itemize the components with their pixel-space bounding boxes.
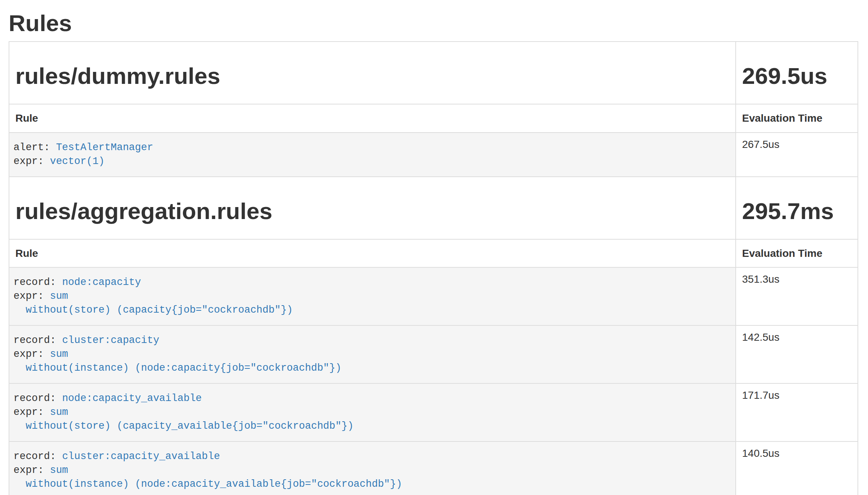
code-keyword: expr:: [13, 349, 50, 360]
rule-row: record: node:capacityexpr: sum without(s…: [9, 267, 858, 325]
rule-expression-link[interactable]: node:capacity_available: [62, 393, 202, 404]
rule-expression-link[interactable]: without(instance) (node:capacity{job="co…: [13, 362, 341, 374]
rule-file-cell: rules/dummy.rules: [9, 42, 736, 104]
rule-column-header: Rule: [9, 239, 736, 268]
rule-group-header-row: rules/aggregation.rules295.7ms: [9, 177, 858, 239]
rule-file-cell: rules/aggregation.rules: [9, 177, 736, 239]
code-keyword: expr:: [13, 465, 50, 476]
rule-expression-link[interactable]: sum: [50, 349, 68, 360]
rules-page: Rules rules/dummy.rules269.5usRuleEvalua…: [0, 0, 868, 495]
rule-expression-link[interactable]: sum: [50, 465, 68, 476]
code-keyword: record:: [13, 277, 62, 288]
rule-definition: record: node:capacityexpr: sum without(s…: [13, 276, 731, 317]
rule-row: record: node:capacity_availableexpr: sum…: [9, 383, 858, 441]
rule-expression-link[interactable]: cluster:capacity_available: [62, 451, 220, 462]
code-line: record: node:capacity_available: [13, 392, 731, 406]
rule-evaluation-time: 351.3us: [736, 267, 858, 325]
rule-definition: alert: TestAlertManagerexpr: vector(1): [13, 141, 731, 168]
code-line: expr: sum: [13, 406, 731, 419]
group-evaluation-cell: 269.5us: [736, 42, 858, 104]
group-evaluation-cell: 295.7ms: [736, 177, 858, 239]
rule-evaluation-time: 142.5us: [736, 325, 858, 383]
group-evaluation-time: 295.7ms: [742, 199, 852, 224]
rule-expression-link[interactable]: cluster:capacity: [62, 335, 159, 346]
code-line: expr: sum: [13, 464, 731, 477]
code-keyword: expr:: [13, 407, 50, 418]
rule-evaluation-time: 171.7us: [736, 383, 858, 441]
code-line: expr: vector(1): [13, 155, 731, 168]
column-header-row: RuleEvaluation Time: [9, 104, 858, 133]
column-header-row: RuleEvaluation Time: [9, 239, 858, 268]
rules-table-body: rules/dummy.rules269.5usRuleEvaluation T…: [9, 42, 858, 495]
evaluation-time-column-header: Evaluation Time: [736, 239, 858, 268]
code-line: record: node:capacity: [13, 276, 731, 289]
rule-expression-link[interactable]: node:capacity: [62, 277, 141, 288]
rule-expression-link[interactable]: sum: [50, 291, 68, 302]
rule-definition-cell: record: node:capacityexpr: sum without(s…: [9, 267, 736, 325]
code-line: alert: TestAlertManager: [13, 141, 731, 155]
rules-table: rules/dummy.rules269.5usRuleEvaluation T…: [9, 41, 858, 495]
rule-row: alert: TestAlertManagerexpr: vector(1)26…: [9, 133, 858, 177]
code-line: without(store) (capacity{job="cockroachd…: [13, 303, 731, 317]
code-line: without(instance) (node:capacity_availab…: [13, 477, 731, 491]
rule-expression-link[interactable]: without(store) (capacity_available{job="…: [13, 420, 353, 432]
rule-expression-link[interactable]: without(store) (capacity{job="cockroachd…: [13, 304, 293, 316]
group-evaluation-time: 269.5us: [742, 64, 852, 89]
code-keyword: expr:: [13, 291, 50, 302]
code-keyword: record:: [13, 335, 62, 346]
code-line: record: cluster:capacity: [13, 334, 731, 347]
code-keyword: expr:: [13, 156, 50, 167]
rule-expression-link[interactable]: without(instance) (node:capacity_availab…: [13, 479, 402, 490]
code-line: expr: sum: [13, 289, 731, 303]
rule-definition-cell: alert: TestAlertManagerexpr: vector(1): [9, 133, 736, 177]
rule-column-header: Rule: [9, 104, 736, 133]
rule-row: record: cluster:capacityexpr: sum withou…: [9, 325, 858, 383]
rule-expression-link[interactable]: vector(1): [50, 156, 105, 167]
rule-file-name: rules/aggregation.rules: [15, 199, 729, 224]
rule-expression-link[interactable]: TestAlertManager: [56, 142, 153, 153]
rule-definition-cell: record: cluster:capacityexpr: sum withou…: [9, 325, 736, 383]
rule-definition: record: cluster:capacityexpr: sum withou…: [13, 334, 731, 375]
rule-evaluation-time: 267.5us: [736, 133, 858, 177]
code-line: without(instance) (node:capacity{job="co…: [13, 361, 731, 375]
rule-file-name: rules/dummy.rules: [15, 64, 729, 89]
rule-definition: record: node:capacity_availableexpr: sum…: [13, 392, 731, 433]
code-line: expr: sum: [13, 347, 731, 361]
page-title: Rules: [9, 10, 858, 36]
code-keyword: record:: [13, 451, 62, 462]
code-line: without(store) (capacity_available{job="…: [13, 419, 731, 433]
rule-definition-cell: record: node:capacity_availableexpr: sum…: [9, 383, 736, 441]
code-line: record: cluster:capacity_available: [13, 450, 731, 464]
rule-row: record: cluster:capacity_availableexpr: …: [9, 441, 858, 495]
rule-definition: record: cluster:capacity_availableexpr: …: [13, 450, 731, 491]
evaluation-time-column-header: Evaluation Time: [736, 104, 858, 133]
code-keyword: alert:: [13, 142, 56, 153]
rule-definition-cell: record: cluster:capacity_availableexpr: …: [9, 441, 736, 495]
rule-group-header-row: rules/dummy.rules269.5us: [9, 42, 858, 104]
code-keyword: record:: [13, 393, 62, 404]
rule-expression-link[interactable]: sum: [50, 407, 68, 418]
rule-evaluation-time: 140.5us: [736, 441, 858, 495]
